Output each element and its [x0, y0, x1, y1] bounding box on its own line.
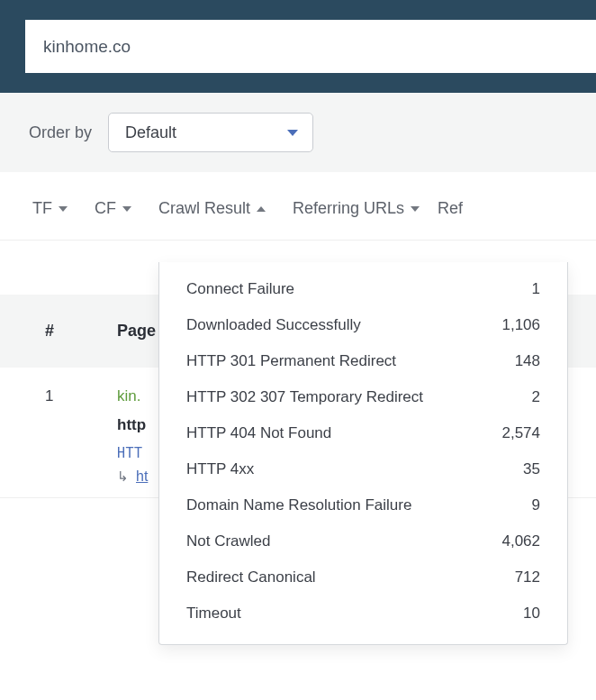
crawl-result-option[interactable]: HTTP 302 307 Temporary Redirect2: [159, 379, 567, 415]
orderby-select[interactable]: Default: [108, 113, 313, 152]
crawl-result-option-label: HTTP 301 Permanent Redirect: [186, 352, 396, 370]
crawl-result-option-count: 1: [532, 280, 540, 298]
crawl-result-option-count: 4,062: [501, 532, 540, 550]
chevron-down-icon: [411, 206, 420, 212]
crawl-result-option-count: 2,574: [501, 424, 540, 442]
table-header-hash: #: [45, 322, 117, 341]
crawl-result-option[interactable]: Downloaded Successfully1,106: [159, 307, 567, 343]
column-filter-cf[interactable]: CF: [95, 199, 131, 218]
crawl-result-option-count: 35: [523, 460, 540, 478]
domain-search-input[interactable]: [25, 20, 596, 73]
crawl-result-option-count: 10: [523, 605, 540, 623]
crawl-result-option-label: Domain Name Resolution Failure: [186, 496, 411, 514]
crawl-result-option-label: Redirect Canonical: [186, 568, 316, 586]
column-label-referring-urls: Referring URLs: [293, 199, 404, 218]
column-label-cf: CF: [95, 199, 116, 218]
row-index: 1: [45, 387, 117, 405]
column-label-tf: TF: [32, 199, 52, 218]
crawl-result-option-label: Timeout: [186, 605, 241, 623]
crawl-result-option-count: 9: [532, 496, 540, 514]
row-domain-name: kin.: [117, 387, 140, 405]
top-search-band: [0, 0, 596, 93]
crawl-result-option-count: 1,106: [501, 316, 540, 334]
column-label-crawl-result: Crawl Result: [158, 199, 250, 218]
chevron-down-icon: [59, 206, 68, 212]
crawl-result-option[interactable]: Redirect Canonical712: [159, 559, 567, 595]
crawl-result-dropdown: Connect Failure1Downloaded Successfully1…: [158, 262, 568, 645]
crawl-result-option-label: HTTP 404 Not Found: [186, 424, 331, 442]
column-filter-crawl-result[interactable]: Crawl Result: [158, 199, 266, 218]
crawl-result-option-count: 712: [515, 568, 540, 586]
crawl-result-option[interactable]: HTTP 301 Permanent Redirect148: [159, 343, 567, 379]
crawl-result-option[interactable]: Connect Failure1: [159, 271, 567, 307]
column-filter-tf[interactable]: TF: [32, 199, 68, 218]
column-label-ref-partial: Ref: [438, 199, 463, 217]
crawl-result-option-count: 148: [515, 352, 540, 370]
row-redirect-link[interactable]: ht: [136, 468, 148, 485]
redirect-arrow-icon: ↳: [117, 468, 129, 485]
crawl-result-option-label: HTTP 302 307 Temporary Redirect: [186, 388, 423, 406]
column-filter-ref-partial[interactable]: Ref: [438, 199, 463, 218]
crawl-result-option-label: Downloaded Successfully: [186, 316, 361, 334]
crawl-result-option-label: HTTP 4xx: [186, 460, 254, 478]
chevron-up-icon: [257, 206, 266, 212]
orderby-bar: Order by Default: [0, 93, 596, 172]
table-header-page: Page: [117, 322, 156, 341]
crawl-result-option-label: Connect Failure: [186, 280, 294, 298]
crawl-result-option[interactable]: HTTP 404 Not Found2,574: [159, 415, 567, 451]
crawl-result-option[interactable]: Not Crawled4,062: [159, 523, 567, 559]
crawl-result-option[interactable]: Domain Name Resolution Failure9: [159, 487, 567, 523]
crawl-result-option-label: Not Crawled: [186, 532, 271, 550]
crawl-result-option-count: 2: [532, 388, 540, 406]
orderby-label: Order by: [29, 123, 92, 142]
crawl-result-option[interactable]: Timeout10: [159, 595, 567, 632]
orderby-selected-value: Default: [125, 123, 176, 142]
chevron-down-icon: [287, 130, 298, 136]
crawl-result-option[interactable]: HTTP 4xx35: [159, 451, 567, 487]
column-filter-referring-urls[interactable]: Referring URLs: [293, 199, 420, 218]
chevron-down-icon: [122, 206, 131, 212]
filter-columns-row: TF CF Crawl Result Referring URLs Ref: [0, 172, 596, 241]
